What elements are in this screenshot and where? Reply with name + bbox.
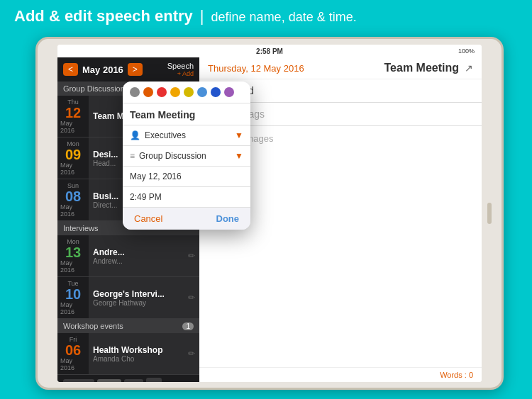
day-num: 08 (65, 189, 81, 203)
day-month: May 2016 (60, 120, 86, 134)
modal-category-left: ≡ Group Discussion (130, 151, 206, 161)
day-month: May 2016 (60, 162, 86, 176)
item-sub: Andrew... (93, 257, 179, 265)
item-title: George's Intervi... (93, 289, 179, 299)
item-sub: Amanda Cho (93, 355, 179, 363)
ipad-side-button (487, 203, 492, 224)
dropdown-arrow-group: ▼ (235, 130, 243, 140)
day-num: 09 (65, 147, 81, 162)
day-month: May 2016 (60, 203, 86, 218)
modal-group-row[interactable]: 👤 Executives ▼ (123, 125, 250, 146)
day-num: 10 (65, 287, 81, 301)
modal-actions: Cancel Done (123, 208, 250, 230)
day-month: May 2016 (60, 357, 86, 371)
tab-month[interactable]: Month (63, 379, 94, 383)
list-item-date-08: Sun 08 May 2016 (57, 179, 89, 220)
list-item-date-12: Thu 12 May 2016 (57, 96, 89, 137)
day-month: May 2016 (60, 259, 86, 274)
item-sub: George Hathway (93, 299, 179, 307)
right-header-right: Team Meeting ↗ (384, 62, 474, 74)
list-item-date-06: Fri 06 May 2016 (57, 333, 89, 374)
modal-title: Team Meeting (123, 103, 250, 125)
dropdown-arrow-category: ▼ (235, 151, 243, 161)
color-purple[interactable] (224, 87, 234, 97)
list-item-george[interactable]: Tue 10 May 2016 George's Intervi... Geor… (57, 277, 199, 319)
speech-label: Speech (167, 62, 194, 70)
group-label: Executives (145, 130, 186, 140)
words-bar: Words : 0 (199, 367, 482, 382)
header-subtitle: define name, date & time. (211, 10, 357, 25)
right-date: Thursday, 12 May 2016 (208, 63, 304, 74)
share-icon[interactable]: ↗ (465, 62, 473, 74)
bottom-tabs: Month Day All ⊞ (57, 375, 199, 382)
list-item-andre[interactable]: Mon 13 May 2016 Andre... Andrew... ✏ (57, 235, 199, 277)
group-label-workshop: Workshop events (63, 322, 123, 330)
day-month: May 2016 (60, 301, 86, 315)
list-item-date-09: Mon 09 May 2016 (57, 137, 89, 179)
header-title: Add & edit speech entry (14, 7, 193, 26)
header-pipe: | (200, 7, 204, 26)
status-bar: 2:58 PM 100% (57, 45, 482, 57)
tab-all[interactable]: All (124, 379, 143, 383)
done-button[interactable]: Done (216, 213, 240, 224)
group-header-workshop: Workshop events 1 (57, 319, 199, 333)
right-header: Thursday, 12 May 2016 Team Meeting ↗ (199, 57, 482, 79)
list-item-health[interactable]: Fri 06 May 2016 Health Workshop Amanda C… (57, 333, 199, 375)
day-num: 13 (65, 245, 81, 259)
item-title: Andre... (93, 247, 179, 257)
color-yellow[interactable] (170, 87, 180, 97)
sidebar-month: May 2016 (82, 64, 123, 75)
tab-image-icon[interactable]: ⊞ (146, 378, 162, 382)
nav-prev-button[interactable]: < (63, 63, 78, 76)
edit-icon[interactable]: ✏ (184, 277, 199, 318)
modal-date-field[interactable]: May 12, 2016 (123, 167, 250, 187)
group-label-interviews: Interviews (63, 224, 99, 232)
color-red[interactable] (157, 87, 167, 97)
list-item-date-10: Tue 10 May 2016 (57, 277, 89, 318)
day-num: 12 (65, 106, 81, 120)
modal-group-left: 👤 Executives (130, 130, 186, 140)
nav-next-button[interactable]: > (128, 63, 143, 76)
color-orange[interactable] (143, 87, 153, 97)
ipad-screen: 2:58 PM 100% < May 2016 > Speech + Add (57, 45, 482, 382)
ipad-frame: 2:58 PM 100% < May 2016 > Speech + Add (35, 37, 504, 390)
day-num: 06 (65, 343, 81, 357)
tab-day[interactable]: Day (97, 379, 121, 383)
group-label-discussion: Group Discussion (63, 84, 125, 93)
list-item-content: Andre... Andrew... (89, 235, 184, 276)
list-item-content: Health Workshop Amanda Cho (89, 333, 184, 374)
sidebar-speech: Speech + Add (167, 62, 194, 77)
modal-category-row[interactable]: ≡ Group Discussion ▼ (123, 146, 250, 167)
color-darkblue[interactable] (211, 87, 221, 97)
color-gray[interactable] (130, 87, 140, 97)
person-icon: 👤 (130, 130, 140, 140)
edit-icon[interactable]: ✏ (184, 235, 199, 276)
category-icon: ≡ (130, 151, 135, 161)
cancel-button[interactable]: Cancel (134, 213, 162, 224)
status-battery: 100% (458, 47, 475, 55)
list-item-content: George's Intervi... George Hathway (89, 277, 184, 318)
app-content: < May 2016 > Speech + Add Group Discussi… (57, 57, 482, 382)
color-gold[interactable] (184, 87, 194, 97)
modal-time-field[interactable]: 2:49 PM (123, 187, 250, 208)
top-header: Add & edit speech entry | define name, d… (0, 0, 532, 30)
add-label[interactable]: + Add (167, 70, 194, 77)
status-time: 2:58 PM (256, 47, 283, 55)
sidebar-header: < May 2016 > Speech + Add (57, 57, 199, 82)
color-blue[interactable] (197, 87, 207, 97)
group-count-workshop: 1 (182, 322, 194, 330)
category-label: Group Discussion (139, 151, 206, 161)
right-title: Team Meeting (384, 62, 460, 74)
modal-colors (123, 82, 250, 103)
words-label: Words : 0 (440, 371, 473, 379)
sidebar-nav: < May 2016 > (63, 63, 143, 76)
list-item-date-13: Mon 13 May 2016 (57, 235, 89, 276)
modal-dialog: Team Meeting 👤 Executives ▼ ≡ Group Disc… (123, 82, 250, 230)
edit-icon[interactable]: ✏ (184, 333, 199, 374)
item-title: Health Workshop (93, 345, 179, 355)
